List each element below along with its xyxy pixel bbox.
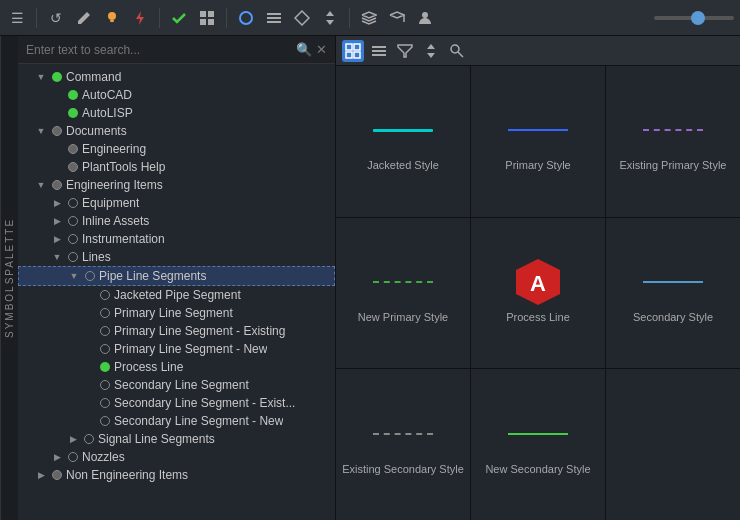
tree-label-non-eng: Non Engineering Items xyxy=(66,468,188,482)
symbol-cell-existing-secondary-style[interactable]: Existing Secondary Style xyxy=(336,369,470,520)
symbol-grid: Jacketed StylePrimary StyleExisting Prim… xyxy=(336,66,740,520)
tree-arrow-inline[interactable] xyxy=(50,214,64,228)
filter-icon[interactable] xyxy=(394,40,416,62)
zoom-slider[interactable] xyxy=(654,16,734,20)
tree-label-documents: Documents xyxy=(66,124,127,138)
tree-item-primary-line[interactable]: Primary Line Segment xyxy=(18,304,335,322)
svg-rect-6 xyxy=(208,19,214,25)
tree-item-command[interactable]: Command xyxy=(18,68,335,86)
clear-icon[interactable]: ✕ xyxy=(316,42,327,57)
symbol-cell-empty[interactable] xyxy=(606,369,740,520)
tree-item-documents[interactable]: Documents xyxy=(18,122,335,140)
symbol-cell-new-secondary-style[interactable]: New Secondary Style xyxy=(471,369,605,520)
symbol-cell-primary-style[interactable]: Primary Style xyxy=(471,66,605,217)
svg-rect-22 xyxy=(372,54,386,56)
tree-item-non-eng[interactable]: Non Engineering Items xyxy=(18,466,335,484)
tree-arrow-signal[interactable] xyxy=(66,432,80,446)
app-menu-icon[interactable]: ☰ xyxy=(6,7,28,29)
svg-rect-16 xyxy=(346,44,352,50)
layers2-icon[interactable] xyxy=(386,7,408,29)
symbol-preview-existing-secondary-style xyxy=(342,414,464,454)
tree-item-equipment[interactable]: Equipment xyxy=(18,194,335,212)
tree-arrow-instrumentation[interactable] xyxy=(50,232,64,246)
tree-item-primary-existing[interactable]: Primary Line Segment - Existing xyxy=(18,322,335,340)
tree-item-eng-items[interactable]: Engineering Items xyxy=(18,176,335,194)
lightning-icon[interactable] xyxy=(129,7,151,29)
symbol-cell-new-primary-style[interactable]: New Primary Style xyxy=(336,218,470,369)
tree-arrow-lines[interactable] xyxy=(50,250,64,264)
tree-arrow-command[interactable] xyxy=(34,70,48,84)
lines-icon[interactable] xyxy=(263,7,285,29)
symbol-preview-primary-style xyxy=(477,110,599,150)
tree-item-process[interactable]: Process Line xyxy=(18,358,335,376)
tree: CommandAutoCADAutoLISPDocumentsEngineeri… xyxy=(18,64,335,520)
svg-rect-3 xyxy=(200,11,206,17)
sep1 xyxy=(36,8,37,28)
tree-item-instrumentation[interactable]: Instrumentation xyxy=(18,230,335,248)
svg-rect-17 xyxy=(354,44,360,50)
search-icons: 🔍 ✕ xyxy=(296,42,327,57)
arrows-icon[interactable] xyxy=(319,7,341,29)
zoom-thumb[interactable] xyxy=(691,11,705,25)
tree-item-pipe-segs[interactable]: Pipe Line Segments xyxy=(18,266,335,286)
tree-dot-signal xyxy=(84,434,94,444)
tree-item-inline[interactable]: Inline Assets xyxy=(18,212,335,230)
right-toolbar xyxy=(336,36,740,66)
pencil-icon[interactable] xyxy=(73,7,95,29)
search-right-icon[interactable] xyxy=(446,40,468,62)
tree-dot-primary-line xyxy=(100,308,110,318)
tree-arrow-equipment[interactable] xyxy=(50,196,64,210)
tree-item-secondary-exist[interactable]: Secondary Line Segment - Exist... xyxy=(18,394,335,412)
tree-item-nozzles[interactable]: Nozzles xyxy=(18,448,335,466)
tree-item-autocad[interactable]: AutoCAD xyxy=(18,86,335,104)
palette-view-icon[interactable] xyxy=(342,40,364,62)
symbol-cell-jacketed-style[interactable]: Jacketed Style xyxy=(336,66,470,217)
tree-arrow-pipe-segs[interactable] xyxy=(67,269,81,283)
tree-item-autolisp[interactable]: AutoLISP xyxy=(18,104,335,122)
grid-icon[interactable] xyxy=(196,7,218,29)
svg-text:A: A xyxy=(530,271,546,296)
svg-marker-25 xyxy=(427,53,435,58)
tree-dot-secondary xyxy=(100,380,110,390)
tree-item-lines[interactable]: Lines xyxy=(18,248,335,266)
tree-dot-documents xyxy=(52,126,62,136)
shape-icon[interactable] xyxy=(291,7,313,29)
search-input[interactable] xyxy=(26,43,296,57)
symbol-cell-secondary-style[interactable]: Secondary Style xyxy=(606,218,740,369)
user-icon[interactable] xyxy=(414,7,436,29)
list-view-icon[interactable] xyxy=(368,40,390,62)
layers-icon[interactable] xyxy=(358,7,380,29)
tree-item-primary-new[interactable]: Primary Line Segment - New xyxy=(18,340,335,358)
refresh-icon[interactable]: ↺ xyxy=(45,7,67,29)
svg-rect-19 xyxy=(354,52,360,58)
tree-item-signal[interactable]: Signal Line Segments xyxy=(18,430,335,448)
lightbulb-icon[interactable] xyxy=(101,7,123,29)
tree-dot-command xyxy=(52,72,62,82)
svg-rect-18 xyxy=(346,52,352,58)
circle-icon[interactable] xyxy=(235,7,257,29)
symbol-preview-jacketed-style xyxy=(342,110,464,150)
svg-rect-20 xyxy=(372,46,386,48)
tree-dot-pipe-segs xyxy=(85,271,95,281)
tree-label-equipment: Equipment xyxy=(82,196,139,210)
tree-arrow-nozzles[interactable] xyxy=(50,450,64,464)
tree-item-secondary-new[interactable]: Secondary Line Segment - New xyxy=(18,412,335,430)
sort-icon[interactable] xyxy=(420,40,442,62)
search-icon[interactable]: 🔍 xyxy=(296,42,312,57)
tree-item-secondary[interactable]: Secondary Line Segment xyxy=(18,376,335,394)
tree-label-lines: Lines xyxy=(82,250,111,264)
slider-area xyxy=(654,16,734,20)
tree-item-engineering[interactable]: Engineering xyxy=(18,140,335,158)
tree-item-planttools[interactable]: PlantTools Help xyxy=(18,158,335,176)
main-content: SYMBOLSPALETTE 🔍 ✕ CommandAutoCADAutoLIS… xyxy=(0,36,740,520)
right-panel: Jacketed StylePrimary StyleExisting Prim… xyxy=(336,36,740,520)
check-icon[interactable] xyxy=(168,7,190,29)
tree-label-engineering: Engineering xyxy=(82,142,146,156)
tree-arrow-non-eng[interactable] xyxy=(34,468,48,482)
symbol-cell-process-line[interactable]: AProcess Line xyxy=(471,218,605,369)
tree-label-planttools: PlantTools Help xyxy=(82,160,165,174)
tree-arrow-eng-items[interactable] xyxy=(34,178,48,192)
tree-item-jacketed[interactable]: Jacketed Pipe Segment xyxy=(18,286,335,304)
symbol-cell-existing-primary-style[interactable]: Existing Primary Style xyxy=(606,66,740,217)
tree-arrow-documents[interactable] xyxy=(34,124,48,138)
